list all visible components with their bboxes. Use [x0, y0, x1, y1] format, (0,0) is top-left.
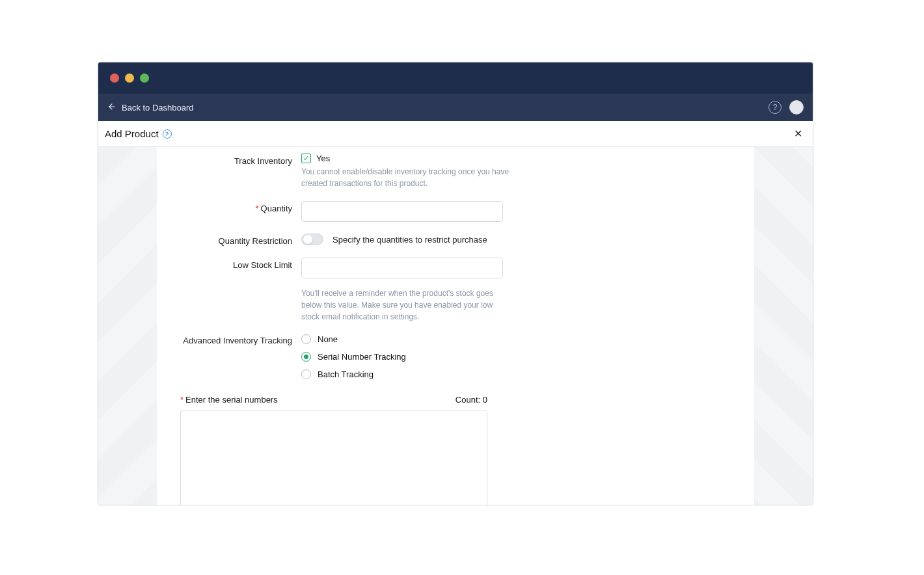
serial-numbers-input[interactable]: [180, 410, 487, 505]
quantity-restriction-hint: Specify the quantities to restrict purch…: [333, 235, 487, 245]
page-title: Add Product: [105, 128, 159, 139]
back-to-dashboard-link[interactable]: Back to Dashboard: [107, 102, 194, 113]
radio-serial-icon: [301, 352, 311, 362]
track-inventory-hint: You cannot enable/disable inventory trac…: [301, 166, 510, 189]
content: Track Inventory ✓ Yes You cannot enable/…: [98, 147, 813, 505]
row-low-stock: Low Stock Limit You'll receive a reminde…: [180, 258, 731, 323]
arrow-left-icon: [107, 102, 116, 113]
track-inventory-checkbox[interactable]: ✓: [301, 154, 311, 163]
close-icon[interactable]: ✕: [791, 127, 805, 141]
row-track-inventory: Track Inventory ✓ Yes You cannot enable/…: [180, 154, 731, 189]
radio-serial[interactable]: Serial Number Tracking: [301, 352, 601, 362]
label-track-inventory: Track Inventory: [180, 154, 301, 166]
radio-batch[interactable]: Batch Tracking: [301, 369, 601, 379]
row-advanced-tracking: Advanced Inventory Tracking None Serial …: [180, 334, 731, 379]
radio-serial-label: Serial Number Tracking: [318, 352, 406, 362]
right-gutter: [754, 147, 813, 505]
window-close-icon[interactable]: [110, 74, 119, 83]
radio-none[interactable]: None: [301, 334, 601, 344]
low-stock-input[interactable]: [301, 258, 503, 278]
window-minimize-icon[interactable]: [125, 74, 134, 83]
page-help-icon[interactable]: ?: [163, 129, 172, 139]
help-icon[interactable]: ?: [768, 101, 781, 114]
window-maximize-icon[interactable]: [140, 74, 149, 83]
back-label: Back to Dashboard: [122, 103, 194, 113]
track-inventory-checkbox-label: Yes: [316, 154, 330, 163]
left-gutter: [98, 147, 157, 505]
label-low-stock: Low Stock Limit: [180, 258, 301, 270]
label-advanced-tracking: Advanced Inventory Tracking: [180, 334, 301, 345]
serial-count: Count: 0: [455, 395, 487, 405]
navbar-right: ?: [768, 100, 804, 114]
radio-batch-icon: [301, 369, 311, 379]
row-quantity: *Quantity: [180, 201, 731, 222]
app-window: Back to Dashboard ? Add Product ? ✕ Trac…: [98, 62, 813, 505]
form: Track Inventory ✓ Yes You cannot enable/…: [157, 147, 754, 505]
low-stock-hint: You'll receive a reminder when the produ…: [301, 288, 503, 323]
window-controls: [110, 74, 149, 83]
window-titlebar: [98, 62, 813, 94]
page-header: Add Product ? ✕: [98, 121, 813, 147]
quantity-input[interactable]: [301, 201, 503, 222]
label-quantity: Quantity: [261, 204, 292, 213]
label-quantity-restriction: Quantity Restriction: [180, 234, 301, 246]
avatar[interactable]: [789, 100, 804, 114]
row-quantity-restriction: Quantity Restriction Specify the quantit…: [180, 234, 731, 246]
quantity-restriction-toggle[interactable]: [301, 234, 323, 245]
serial-label: Enter the serial numbers: [185, 395, 278, 405]
radio-none-icon: [301, 334, 311, 344]
radio-none-label: None: [318, 334, 338, 344]
serial-block: *Enter the serial numbers Count: 0 To pr…: [180, 395, 731, 505]
radio-batch-label: Batch Tracking: [318, 369, 374, 379]
navbar: Back to Dashboard ?: [98, 94, 813, 121]
